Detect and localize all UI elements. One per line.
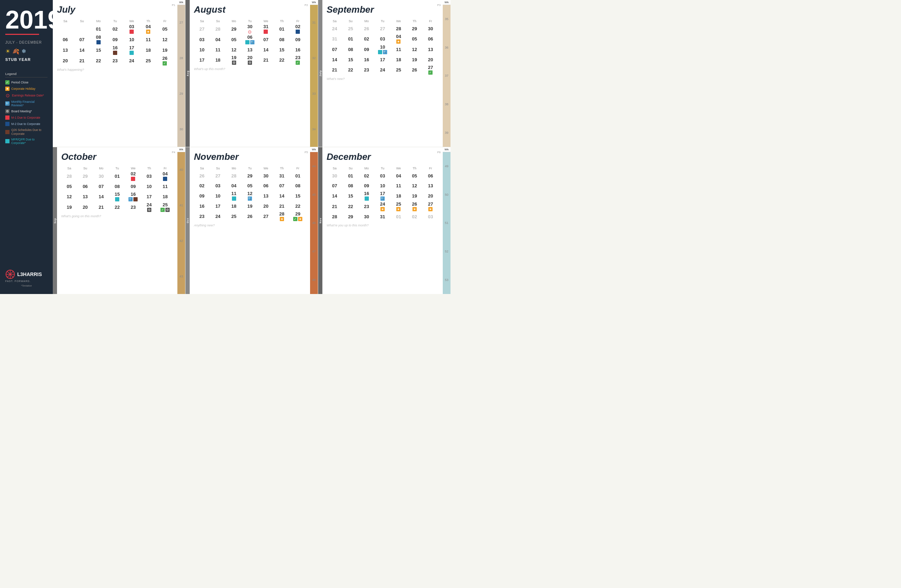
calendar-day: 27 [194,23,210,34]
legend-item-financial-reviews: 🔍 Monthly Financial Reviews* [5,100,48,107]
calendar-day: 01 [343,33,358,44]
week-number: 36 [443,33,450,62]
calendar-day: 05 [157,23,173,34]
month-title: November [194,151,238,162]
calendar-panel-september: July September P3 SaSuMoTuWeThFr24252627… [318,0,450,147]
calendar-day: 12 [407,44,422,55]
day-header: We [258,166,274,171]
eye-event-icon: 🔍 [250,40,254,44]
what-happening: What's new? [327,77,447,81]
square-red-icon [5,115,9,120]
legend-section: Legend ✓ Period Close ★ Corporate Holida… [5,72,48,266]
month-sep-label: Nov [319,218,322,223]
calendar-day: 31 [274,171,290,181]
calendar-day: 31 [258,23,274,34]
calendar-day: 24 [374,64,390,75]
week-bar: Wk40414243 [178,147,185,294]
calendar-day: 18 [210,55,226,65]
calendar-day: 09 [194,190,210,201]
sun-icon: ☀ [5,48,10,55]
calendar-day: 04 [391,171,407,181]
week-bar: Wk4950515253 [443,147,450,294]
calendar-day: 22 [109,202,125,212]
month-sep-bar: Oct [186,147,190,294]
calendar-day: 17🔍 [374,190,390,201]
star-event-icon: ★ [396,39,401,44]
week-bar: Wk27282930 [178,0,185,147]
calendar-day: 30 [258,171,274,181]
check-event-icon: ✓ [296,61,300,65]
day-header: Su [73,19,90,23]
calendar-panel-july: July P1 SaSuMoTuWeThFr010203 04★05060708… [53,0,185,147]
wk-header: Wk [178,0,185,5]
calendar-day: 07 [274,181,290,190]
week-number: 40 [178,152,185,188]
month-sep-bar: July [318,0,323,147]
calendar-day: 21 [274,201,290,211]
week-number: 45 [310,181,318,209]
calendar-day: 13 [242,45,258,55]
calendar-day: 19 [407,55,422,64]
date-range: JULY - DECEMBER [5,41,48,44]
calendar-day: 01 [109,171,125,181]
day-header: Tu [107,19,123,23]
calendar-day: 05 [242,181,258,190]
wk-header: Wk [178,147,185,152]
calendar-day: 14 [274,190,290,201]
calendar-day: 15 [109,191,125,202]
day-header: Mo [359,19,374,23]
calendar-day: 24⚙ [141,202,157,212]
day-header: Mo [359,166,374,171]
day-header: Su [343,166,358,171]
calendar-day: 20⚙ [242,55,258,65]
calendar-day: 02 [359,171,374,181]
accent-line [5,34,39,35]
corporate-holiday-label: Corporate Holiday [11,87,36,90]
calendar-day: 16🔍 [125,191,141,202]
day-header: Sa [327,19,343,23]
season-icons: ☀ 🍂 ❄ [5,48,48,55]
period-badge: P6 [437,151,441,154]
calendar-day: 06 [258,181,274,190]
star-event-icon: ★ [413,207,417,211]
calendar-day: 24 [210,211,226,221]
earnings-label: Earnings Release Date* [12,94,44,97]
calendar-day: 12 [61,191,77,202]
month-sep-bar: Nov [318,147,323,294]
calendar-day: 30 [93,171,109,181]
calendar-day: 24 [327,23,343,33]
calendar-day: 11 [391,181,407,190]
week-number: 38 [443,90,450,119]
calendar-day: 22 [90,55,107,66]
month-sep-label: Oct [187,218,189,223]
year-display: 2019 [5,7,48,33]
calendar-day: 27 [210,171,226,181]
legend-item-period-close: ✓ Period Close [5,80,48,84]
period-badge: P2 [304,3,308,7]
calendar-day: 12 [407,181,422,190]
calendar-day: 02 [194,181,210,190]
calendar-day: 26 [194,171,210,181]
calendar-day: 03 [141,171,157,181]
calendar-panel-november: Oct November P5 SaSuMoTuWeThFr2627282930… [186,147,318,294]
month-sep-label: July [319,70,322,76]
day-header: Tu [374,166,390,171]
calendar-day: 25✓⚙ [157,202,173,212]
calendar-day: 19 [407,190,422,201]
calendar-day: 26 [242,211,258,221]
day-header: Fr [157,166,173,171]
calendar-day: 11 [157,181,173,191]
week-number: 39 [443,118,450,147]
calendar-day: 11 [140,34,157,45]
calendar-day: 02 [107,23,123,34]
calendar-day: 04★ [391,33,407,44]
legend-item-m2: M-2 Due to Corporate [5,122,48,126]
calendar-day: 16 [194,201,210,211]
calendar-day: 24 [123,55,140,66]
week-bar: Wk3536373839 [443,0,450,147]
mfr-label: MFR/QFR Due to Corporate* [11,138,48,145]
m1-event-icon [131,177,135,181]
calendars-grid: July P1 SaSuMoTuWeThFr010203 04★05060708… [53,0,450,294]
calendar-day: 01 [391,212,407,221]
day-header: Su [343,19,358,23]
